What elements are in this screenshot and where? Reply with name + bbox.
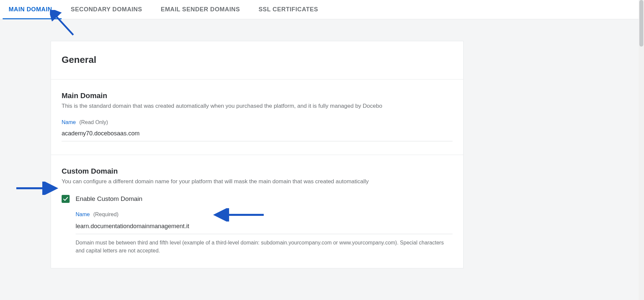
card-header: General — [51, 41, 463, 79]
tab-email-sender-domains[interactable]: EMAIL SENDER DOMAINS — [152, 0, 249, 19]
custom-domain-helper: Domain must be between third and fifth l… — [76, 239, 453, 255]
main-domain-description: This is the standard domain that was cre… — [62, 102, 453, 110]
card-title: General — [62, 55, 453, 65]
main-domain-name-label: Name — [62, 119, 76, 125]
tab-secondary-domains[interactable]: SECONDARY DOMAINS — [62, 0, 152, 19]
settings-card: General Main Domain This is the standard… — [51, 41, 464, 268]
check-icon — [63, 196, 68, 202]
enable-custom-domain-checkbox[interactable] — [62, 195, 70, 203]
page-body: General Main Domain This is the standard… — [0, 19, 644, 268]
tab-ssl-certificates[interactable]: SSL CERTIFICATES — [249, 0, 328, 19]
main-domain-value: academy70.docebosaas.com — [62, 129, 453, 141]
enable-custom-domain-row: Enable Custom Domain — [62, 195, 453, 203]
custom-domain-name-label: Name — [76, 212, 90, 217]
section-main-domain: Main Domain This is the standard domain … — [51, 79, 463, 155]
custom-domain-name-label-row: Name (Required) — [76, 212, 453, 218]
custom-domain-description: You can configure a different domain nam… — [62, 178, 453, 186]
scrollbar-thumb[interactable] — [639, 0, 643, 47]
custom-domain-input[interactable] — [76, 221, 453, 234]
main-domain-name-hint: (Read Only) — [79, 119, 108, 125]
tab-bar: MAIN DOMAIN SECONDARY DOMAINS EMAIL SEND… — [0, 0, 644, 19]
main-domain-heading: Main Domain — [62, 91, 453, 100]
main-domain-name-label-row: Name (Read Only) — [62, 119, 453, 125]
tab-main-domain[interactable]: MAIN DOMAIN — [3, 0, 62, 19]
enable-custom-domain-label: Enable Custom Domain — [76, 195, 143, 203]
section-custom-domain: Custom Domain You can configure a differ… — [51, 155, 463, 268]
vertical-scrollbar[interactable] — [639, 0, 644, 300]
custom-domain-name-hint: (Required) — [93, 212, 119, 217]
custom-domain-field-wrap: Name (Required) Domain must be between t… — [76, 212, 453, 255]
custom-domain-heading: Custom Domain — [62, 167, 453, 176]
